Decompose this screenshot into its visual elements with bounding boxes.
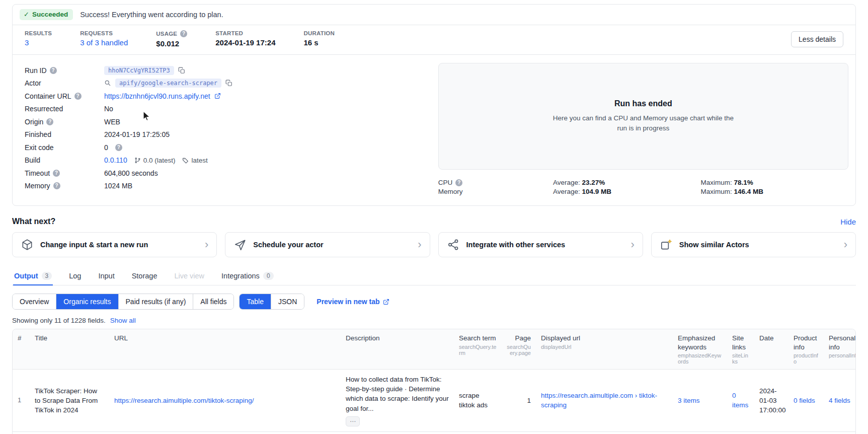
timeout-help-icon[interactable]: ?: [53, 170, 60, 177]
container-url-help-icon[interactable]: ?: [74, 93, 82, 100]
memory-label-text: Memory: [25, 182, 50, 190]
cell-num: 1: [13, 370, 30, 432]
build-version-link[interactable]: 0.0.110: [104, 156, 127, 164]
memory-help-icon[interactable]: ?: [53, 182, 60, 189]
product-info-link[interactable]: 0 fields: [794, 397, 815, 404]
actor-avatar-icon: [104, 80, 111, 87]
run-id-copy-button[interactable]: [178, 67, 185, 74]
external-link-icon: [383, 299, 389, 305]
origin-label-text: Origin: [25, 118, 43, 126]
expand-description-button[interactable]: ⋯: [346, 416, 360, 426]
actor-copy-button[interactable]: [225, 80, 232, 87]
origin-help-icon[interactable]: ?: [46, 118, 53, 125]
preview-new-tab-label: Preview in new tab: [317, 298, 379, 306]
view-all-fields[interactable]: All fields: [193, 294, 233, 309]
personal-info-link[interactable]: 4 fields: [829, 397, 850, 404]
tab-storage-label: Storage: [132, 272, 157, 280]
col-date[interactable]: Date: [754, 329, 788, 370]
cpu-average: Average: 23.27%: [553, 179, 700, 186]
cpu-help-icon[interactable]: ?: [455, 179, 462, 186]
container-url-link[interactable]: https://bznhn6jcvl90.runs.apify.net: [104, 92, 210, 100]
memory-average-value: 104.9 MB: [582, 188, 612, 195]
run-id-help-icon[interactable]: ?: [50, 67, 57, 74]
card-show-similar-actors[interactable]: Show similar Actors ›: [651, 232, 856, 257]
status-badge-label: Succeeded: [32, 11, 68, 18]
cpu-label: CPU ?: [438, 179, 553, 186]
memory-metric-label: Memory: [438, 188, 553, 195]
exit-code-label: Exit code: [25, 143, 104, 152]
view-overview[interactable]: Overview: [13, 294, 56, 309]
detail-row-exit-code: Exit code 0 ?: [25, 141, 426, 154]
show-all-link[interactable]: Show all: [110, 317, 136, 324]
origin-value: WEB: [104, 118, 120, 126]
cell-url: https://research.aimultiple.com/tiktok-s…: [109, 370, 341, 432]
table-row: 2 How to scrape TikTok data in 2024 http…: [13, 431, 856, 434]
cpu-label-text: CPU: [438, 179, 453, 186]
build-latest-text: 0.0 (latest): [143, 157, 176, 164]
col-displayed-url[interactable]: Displayed url displayedUrl: [536, 329, 673, 370]
chevron-right-icon: ›: [630, 239, 634, 250]
build-label: Build: [25, 156, 104, 164]
tab-log[interactable]: Log: [68, 268, 82, 285]
timeout-label-text: Timeout: [25, 169, 50, 177]
stat-results-label: RESULTS: [25, 30, 52, 36]
cell-product-info: 0 fields: [788, 431, 824, 434]
stat-requests: REQUESTS 3 of 3 handled: [80, 30, 128, 47]
stat-results-value[interactable]: 3: [25, 38, 29, 47]
col-description[interactable]: Description: [341, 329, 454, 370]
col-title[interactable]: Title: [30, 329, 109, 370]
tab-input[interactable]: Input: [97, 268, 115, 285]
cell-site-links: 0 items: [727, 370, 754, 432]
displayed-url-link[interactable]: https://research.aimultiple.com › tiktok…: [541, 392, 657, 409]
external-link-icon: [214, 93, 221, 99]
actor-chip[interactable]: apify/google-search-scraper: [115, 79, 221, 88]
usage-help-icon[interactable]: ?: [180, 30, 187, 37]
card-integrate-services[interactable]: Integrate with other services ›: [438, 232, 643, 257]
card-change-input[interactable]: Change input & start a new run ›: [12, 232, 217, 257]
copy-icon: [225, 80, 232, 87]
col-search-term[interactable]: Search term searchQuery.term: [454, 329, 502, 370]
chart-placeholder-title: Run has ended: [614, 99, 672, 108]
run-id-label-text: Run ID: [25, 66, 47, 75]
col-emphasized-keywords[interactable]: Emphasized keywords emphasizedKeywords: [673, 329, 727, 370]
format-json[interactable]: JSON: [271, 294, 304, 309]
memory-maximum-label: Maximum:: [701, 188, 732, 195]
tab-integrations[interactable]: Integrations 0: [220, 268, 274, 285]
site-links-link[interactable]: 0 items: [732, 392, 748, 409]
detail-row-timeout: Timeout ? 604,800 seconds: [25, 167, 426, 180]
emphasized-keywords-link[interactable]: 3 items: [678, 397, 700, 404]
less-details-button[interactable]: Less details: [791, 31, 843, 47]
format-table[interactable]: Table: [240, 294, 271, 309]
cpu-average-label: Average:: [553, 179, 580, 186]
view-organic-results[interactable]: Organic results: [56, 294, 118, 309]
card-schedule-actor[interactable]: Schedule your actor ›: [225, 232, 430, 257]
results-controls: Overview Organic results Paid results (i…: [12, 294, 856, 310]
col-site-links[interactable]: Site links siteLinks: [727, 329, 754, 370]
stat-requests-value[interactable]: 3 of 3 handled: [80, 38, 128, 47]
stat-usage-value: $0.012: [156, 39, 179, 48]
preview-new-tab-link[interactable]: Preview in new tab: [317, 298, 389, 306]
cell-search-term: scrape tiktok ads: [454, 431, 502, 434]
card-integrate-services-label: Integrate with other services: [466, 241, 624, 249]
col-personal-info[interactable]: Personal info personalInfo: [824, 329, 856, 370]
exit-code-value-text: 0: [104, 143, 108, 152]
memory-maximum: Maximum: 146.4 MB: [701, 188, 848, 195]
view-switcher: Overview Organic results Paid results (i…: [12, 294, 234, 310]
stat-duration-value: 16 s: [303, 38, 318, 47]
col-num[interactable]: #: [13, 329, 30, 370]
col-product-info[interactable]: Product info productInfo: [788, 329, 824, 370]
exit-code-help-icon[interactable]: ?: [115, 144, 122, 151]
stat-results: RESULTS 3: [25, 30, 52, 47]
tab-storage[interactable]: Storage: [131, 268, 159, 285]
tab-output[interactable]: Output 3: [13, 268, 53, 285]
col-page[interactable]: Page searchQuery.page: [502, 329, 536, 370]
tab-live-view-label: Live view: [174, 272, 204, 280]
col-url[interactable]: URL: [109, 329, 341, 370]
check-icon: ✓: [24, 11, 29, 18]
build-label-text: Build: [25, 156, 40, 164]
results-table-wrap[interactable]: # Title URL Description Search term sear…: [12, 329, 856, 434]
view-paid-results[interactable]: Paid results (if any): [119, 294, 194, 309]
hide-link[interactable]: Hide: [840, 218, 856, 226]
description-text: How to collect data from TikTok: Step-by…: [346, 375, 449, 413]
result-url-link[interactable]: https://research.aimultiple.com/tiktok-s…: [114, 397, 254, 404]
